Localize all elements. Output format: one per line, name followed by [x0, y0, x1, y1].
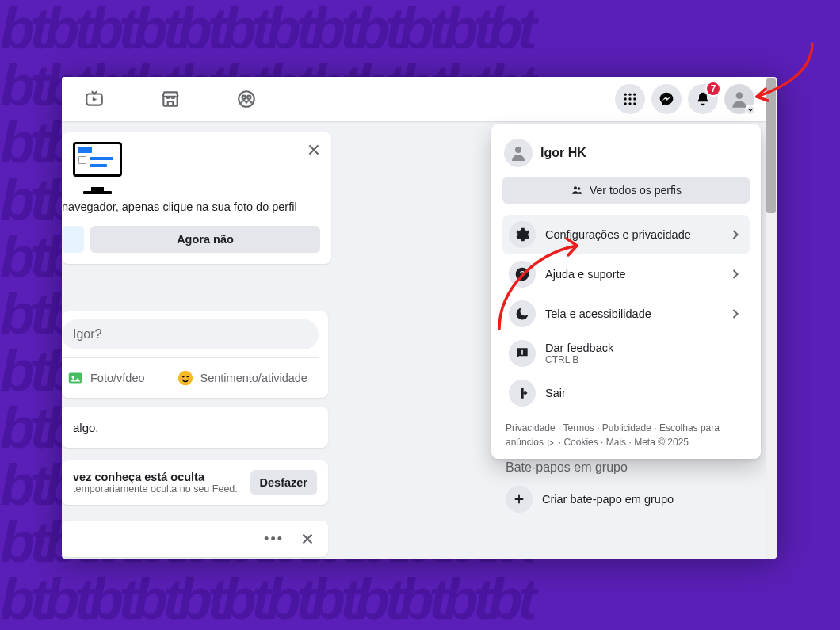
undo-button[interactable]: Desfazer	[250, 470, 317, 495]
menu-feedback-shortcut: CTRL B	[545, 354, 743, 365]
groups-tab[interactable]	[236, 89, 257, 109]
svg-point-21	[578, 187, 580, 189]
profile-name: Igor HK	[540, 146, 586, 160]
footer-ads[interactable]: Publicidade	[602, 422, 651, 433]
svg-point-20	[574, 186, 577, 189]
composer-photo-label: Foto/vídeo	[90, 372, 145, 384]
composer-photo-action[interactable]: Foto/vídeo	[67, 369, 145, 387]
hidden-subtitle: temporariamente oculta no seu Feed.	[73, 483, 250, 494]
svg-point-12	[633, 102, 636, 105]
svg-point-4	[624, 94, 627, 96]
chevron-right-icon	[727, 266, 743, 282]
svg-rect-24	[521, 350, 523, 353]
primary-button-stub[interactable]	[62, 226, 84, 253]
menu-display-label: Tela e acessibilidade	[545, 307, 718, 320]
login-reminder-text: navegador, apenas clique na sua foto do …	[62, 200, 320, 213]
menu-display-accessibility[interactable]: Tela e acessibilidade	[502, 294, 750, 334]
hidden-title: vez conheça está oculta	[73, 471, 250, 483]
login-reminder-card: facebook navegador, apenas clique na sua…	[62, 132, 331, 264]
menu-help-label: Ajuda e suporte	[545, 268, 718, 281]
card-algo: algo.	[62, 407, 328, 448]
composer-feeling-label: Sentimento/atividade	[200, 372, 307, 384]
hidden-post-card: vez conheça está oculta temporariamente …	[62, 460, 328, 505]
menu-feedback[interactable]: Dar feedback CTRL B	[502, 334, 750, 373]
svg-point-18	[186, 376, 188, 377]
footer-privacy[interactable]: Privacidade	[506, 422, 556, 433]
moon-icon	[509, 300, 536, 327]
card-actions: •••	[62, 521, 328, 557]
svg-point-2	[242, 96, 246, 99]
svg-point-17	[182, 376, 184, 377]
group-chats-heading: Bate-papos em grupo	[506, 460, 674, 475]
feedback-icon	[509, 340, 536, 367]
watch-tab[interactable]	[84, 89, 105, 109]
composer-feeling-action[interactable]: Sentimento/atividade	[177, 369, 307, 387]
help-icon: ?	[509, 261, 536, 288]
create-group-chat-label: Criar bate-papo em grupo	[542, 493, 674, 506]
svg-rect-25	[521, 353, 523, 355]
footer-more[interactable]: Mais	[606, 437, 626, 448]
chevron-right-icon	[727, 306, 743, 322]
card-algo-text: algo.	[73, 421, 99, 434]
topbar: 7	[62, 77, 766, 121]
group-chats-section: Bate-papos em grupo Criar bate-papo em g…	[506, 460, 674, 513]
avatar-icon	[504, 139, 533, 167]
messenger-button[interactable]	[651, 84, 682, 114]
footer-terms[interactable]: Termos	[563, 422, 594, 433]
adchoices-icon	[546, 439, 556, 447]
svg-point-10	[624, 102, 627, 105]
composer-input[interactable]: Igor?	[62, 319, 319, 349]
more-icon[interactable]: •••	[264, 531, 284, 548]
nav-tabs	[62, 89, 257, 109]
composer-card: Igor? Foto/vídeo Sentimento/atividade	[62, 311, 328, 398]
monitor-illustration: facebook	[73, 142, 122, 185]
photo-icon	[67, 369, 84, 387]
scrollbar[interactable]	[766, 77, 777, 559]
close-icon[interactable]	[298, 529, 317, 548]
notification-badge: 7	[705, 81, 721, 97]
notifications-button[interactable]: 7	[688, 84, 718, 114]
plus-icon	[506, 486, 533, 513]
account-menu-popup: Igor HK Ver todos os perfis Configuraçõe…	[491, 124, 761, 459]
gear-icon	[509, 221, 536, 248]
footer-meta: Meta © 2025	[634, 437, 689, 448]
profile-link[interactable]: Igor HK	[502, 136, 750, 177]
see-all-profiles-button[interactable]: Ver todos os perfis	[502, 177, 750, 204]
svg-point-1	[239, 91, 254, 107]
close-icon[interactable]	[304, 140, 323, 159]
menu-logout[interactable]: Sair	[502, 373, 750, 413]
chevron-right-icon	[727, 227, 743, 242]
see-all-label: Ver todos os perfis	[590, 184, 682, 197]
svg-point-7	[624, 97, 627, 100]
not-now-button[interactable]: Agora não	[90, 226, 320, 253]
menu-grid-button[interactable]	[615, 84, 645, 114]
footer-cookies[interactable]: Cookies	[563, 437, 598, 448]
marketplace-tab[interactable]	[160, 89, 181, 109]
menu-help-support[interactable]: ? Ajuda e suporte	[502, 254, 750, 294]
svg-point-6	[633, 94, 636, 96]
smile-icon	[177, 369, 194, 387]
svg-point-9	[633, 97, 636, 100]
svg-text:?: ?	[519, 269, 525, 279]
create-group-chat[interactable]: Criar bate-papo em grupo	[506, 486, 674, 513]
menu-feedback-label: Dar feedback	[545, 342, 743, 354]
svg-point-13	[736, 92, 743, 99]
menu-settings-label: Configurações e privacidade	[545, 228, 718, 241]
svg-point-16	[178, 371, 192, 385]
logout-icon	[509, 380, 536, 407]
popup-footer: Privacidade Termos Publicidade Escolhas …	[502, 413, 750, 451]
account-button[interactable]	[724, 84, 754, 114]
menu-logout-label: Sair	[545, 387, 743, 399]
svg-point-5	[628, 94, 631, 96]
app-window: 7 facebook navegador, apenas cli	[62, 77, 777, 559]
people-icon	[571, 184, 583, 197]
svg-point-19	[515, 147, 521, 153]
svg-point-11	[628, 102, 631, 105]
chevron-down-icon	[745, 105, 756, 116]
nav-right: 7	[615, 84, 754, 114]
svg-point-8	[628, 97, 631, 100]
scrollbar-thumb[interactable]	[766, 78, 776, 213]
svg-point-3	[247, 96, 250, 99]
menu-settings-privacy[interactable]: Configurações e privacidade	[502, 215, 750, 254]
svg-point-15	[71, 376, 74, 379]
